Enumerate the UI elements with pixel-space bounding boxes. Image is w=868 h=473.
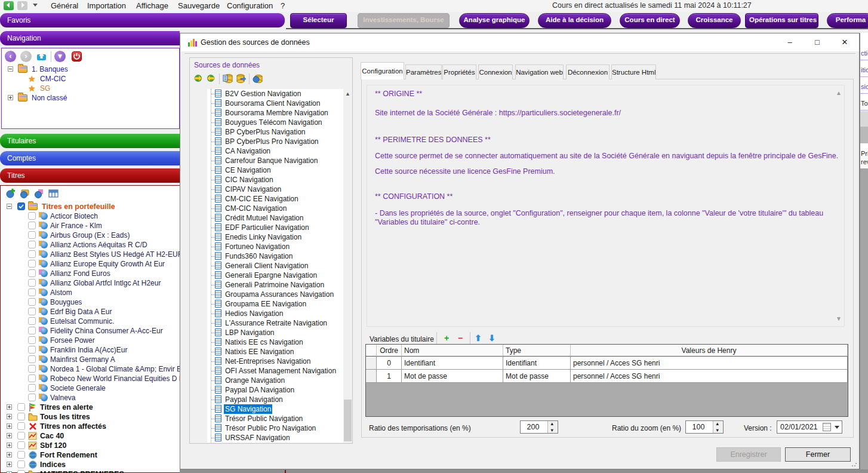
expand-icon[interactable] xyxy=(7,443,12,448)
dialog-titlebar[interactable]: Gestion des sources de données – □ ✕ xyxy=(180,33,859,51)
checkbox[interactable] xyxy=(28,250,36,258)
checkbox[interactable] xyxy=(17,441,25,449)
text-scroll-down-icon[interactable]: ▼ xyxy=(835,315,843,323)
source-item[interactable]: Paypal Navigation xyxy=(207,395,352,404)
button-aide-la-d-cision[interactable]: Aide à la décision xyxy=(538,13,611,28)
globe-tag-icon[interactable] xyxy=(34,189,44,198)
source-item[interactable]: Groupama EE Navigation xyxy=(207,299,352,309)
source-item[interactable]: Bouygues Télécom Navigation xyxy=(207,118,352,127)
expand-icon[interactable] xyxy=(7,433,12,438)
expand-icon[interactable] xyxy=(7,462,12,467)
checkbox[interactable] xyxy=(28,384,36,392)
source-item[interactable]: CE Navigation xyxy=(207,165,352,175)
checkbox[interactable] xyxy=(28,222,36,229)
checkbox[interactable] xyxy=(28,279,36,287)
checkbox[interactable] xyxy=(28,336,36,344)
button-cours-en-direct[interactable]: Cours en direct xyxy=(620,13,680,28)
collapse-icon[interactable] xyxy=(7,204,12,209)
ratio-tempo-spinner[interactable]: 200 xyxy=(520,420,558,434)
checkbox-checked[interactable] xyxy=(17,202,25,210)
expand-icon[interactable] xyxy=(7,414,12,419)
source-item[interactable]: Carrefour Banque Navigation xyxy=(207,156,352,165)
globe-folder-icon[interactable] xyxy=(20,189,29,198)
tab-connexion[interactable]: Connexion xyxy=(478,64,513,79)
checkbox[interactable] xyxy=(17,460,25,468)
source-item[interactable]: Fortuneo Navigation xyxy=(207,242,352,251)
source-item[interactable]: CM-CIC EE Navigation xyxy=(207,194,352,204)
nav-forward-icon[interactable]: › xyxy=(20,51,32,62)
sources-scrollbar[interactable]: ▲ ▼ xyxy=(343,89,352,443)
tab-d-connexion[interactable]: Déconnexion xyxy=(566,64,610,79)
scrollbar-thumb[interactable] xyxy=(344,400,352,441)
source-item[interactable]: Groupama Assurances Navigation xyxy=(207,290,352,299)
checkbox[interactable] xyxy=(17,470,25,473)
source-item-selected[interactable]: SG Navigation xyxy=(207,404,352,414)
source-item[interactable]: Natixis EE cs Navigation xyxy=(207,337,352,347)
menu-gnral[interactable]: Général xyxy=(51,1,78,10)
nav-back-icon[interactable]: ‹ xyxy=(5,51,16,62)
checkbox[interactable] xyxy=(28,288,36,296)
titres-header[interactable]: Titres xyxy=(0,168,180,183)
checkbox[interactable] xyxy=(17,403,25,411)
checkbox[interactable] xyxy=(28,355,36,363)
navigation-header[interactable]: Navigation xyxy=(0,31,180,45)
history-dropdown-icon[interactable] xyxy=(33,4,38,7)
tab-param-tres[interactable]: Paramètres xyxy=(405,64,442,79)
source-item[interactable]: B2V Gestion Navigation xyxy=(207,89,352,99)
source-item[interactable]: Generali Client Navigation xyxy=(207,261,352,271)
scroll-up-icon[interactable]: ▲ xyxy=(343,89,352,99)
button-investissements-bourse[interactable]: Investissements, Bourse xyxy=(358,13,450,28)
nav-down-icon[interactable]: ▼ xyxy=(54,51,66,62)
expand-icon[interactable] xyxy=(7,452,12,457)
source-item[interactable]: Trésor Public Navigation xyxy=(207,414,352,423)
menu-affichage[interactable]: Affichage xyxy=(136,1,168,10)
source-item[interactable]: OFI Asset Management Navigation xyxy=(207,366,352,376)
ratio-zoom-spinner[interactable]: 100 xyxy=(685,420,724,434)
database-doc-icon[interactable] xyxy=(223,73,232,83)
source-item[interactable]: Hedios Navigation xyxy=(207,309,352,318)
source-item[interactable]: Net-Entreprises Navigation xyxy=(207,357,352,366)
checkbox[interactable] xyxy=(28,365,36,373)
expand-icon[interactable] xyxy=(7,423,12,429)
source-item[interactable]: CA Navigation xyxy=(207,146,352,156)
checkbox[interactable] xyxy=(28,346,36,354)
variables-table-row[interactable]: 0IdentifiantIdentifiantpersonnel / Acces… xyxy=(366,357,848,370)
refresh-source-icon[interactable] xyxy=(193,73,203,83)
checkbox[interactable] xyxy=(28,241,36,248)
maximize-button[interactable]: □ xyxy=(811,36,824,49)
checkbox[interactable] xyxy=(28,231,36,239)
nav-power-icon[interactable] xyxy=(72,51,82,62)
source-item[interactable]: Crédit Mutuel Navigation xyxy=(207,213,352,223)
source-item[interactable]: BP CyberPlus Navigation xyxy=(207,127,352,137)
close-button[interactable]: ✕ xyxy=(838,36,851,49)
checkbox[interactable] xyxy=(17,422,25,430)
source-item[interactable]: L'Assurance Retraite Navigation xyxy=(207,318,352,328)
checkbox[interactable] xyxy=(28,308,36,315)
checkbox[interactable] xyxy=(17,432,25,440)
checkbox[interactable] xyxy=(28,269,36,277)
source-item[interactable]: CIC Navigation xyxy=(207,175,352,185)
comptes-header[interactable]: Comptes xyxy=(0,151,180,165)
checkbox[interactable] xyxy=(28,298,36,306)
forward-icon[interactable] xyxy=(17,1,27,10)
move-up-icon[interactable]: ⬆ xyxy=(473,333,483,343)
expand-icon[interactable] xyxy=(8,95,13,100)
collapse-icon[interactable] xyxy=(8,66,13,72)
source-item[interactable]: Boursorama Client Navigation xyxy=(207,99,352,108)
checkbox[interactable] xyxy=(28,260,36,268)
checkbox[interactable] xyxy=(28,374,36,382)
checkbox[interactable] xyxy=(28,212,36,220)
resize-grip[interactable] xyxy=(851,461,857,467)
tab-propri-t-s[interactable]: Propriétés xyxy=(442,64,476,79)
source-item[interactable]: Generali Patrimoine Navigation xyxy=(207,280,352,290)
minimize-button[interactable]: – xyxy=(783,36,796,49)
button-performa[interactable]: Performa xyxy=(827,13,868,28)
back-icon[interactable] xyxy=(4,1,14,10)
button-s-lecteur[interactable]: Sélecteur xyxy=(290,13,347,28)
nav-up-icon[interactable] xyxy=(36,51,46,61)
spinner-arrows[interactable] xyxy=(713,421,723,433)
button-croissance[interactable]: Croissance xyxy=(688,13,741,28)
source-item[interactable]: Paypal DA Navigation xyxy=(207,385,352,395)
menu-importation[interactable]: Importation xyxy=(87,1,126,10)
spinner-arrows[interactable] xyxy=(547,421,558,433)
